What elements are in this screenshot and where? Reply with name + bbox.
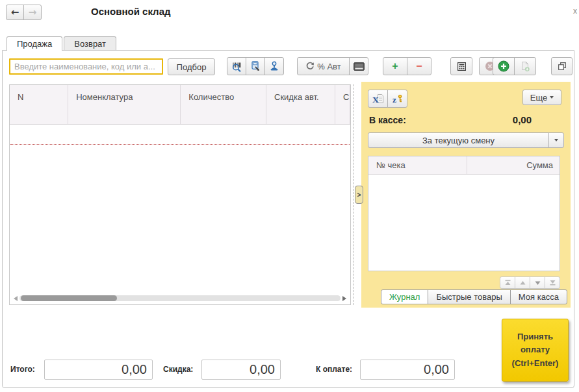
x-report-icon: X [372, 93, 384, 104]
in-cash-label: В кассе: [369, 115, 406, 125]
svg-text:X: X [372, 95, 379, 104]
accept-payment-line2: оплату [521, 343, 550, 356]
minus-icon: − [416, 60, 422, 72]
discount-field: 0,00 [201, 360, 281, 380]
cash-panel-tabs: Журнал Быстрые товары Моя касса [381, 289, 567, 304]
column-header-sum[interactable]: С [335, 85, 350, 124]
period-selector-value[interactable]: За текущую смену [368, 132, 549, 148]
collapse-panel-button[interactable]: > [355, 186, 363, 204]
remove-row-button[interactable]: − [407, 57, 431, 75]
add-row-button[interactable]: + [383, 57, 407, 75]
chevron-right-icon: > [357, 191, 361, 199]
z-report-button[interactable]: z [387, 90, 407, 108]
auto-discount-label: % Авт [317, 62, 341, 71]
tab-sale[interactable]: Продажа [6, 36, 62, 51]
new-window-icon [558, 62, 567, 71]
accept-payment-button[interactable]: Принять оплату (Ctrl+Enter) [502, 319, 569, 382]
scroll-right-icon[interactable] [342, 296, 346, 301]
mode-tabs: Продажа Возврат [6, 36, 118, 50]
scales-button[interactable] [264, 57, 284, 75]
svg-text:z: z [392, 95, 396, 104]
column-header-receipt-sum[interactable]: Сумма [467, 160, 560, 170]
go-bottom-icon [549, 280, 556, 286]
auto-discount-button[interactable]: % Авт [297, 57, 350, 75]
chevron-down-icon [554, 139, 558, 141]
barcode-scan-icon [231, 61, 242, 72]
column-header-n[interactable]: N [10, 85, 68, 124]
tab-return[interactable]: Возврат [64, 36, 116, 50]
close-icon[interactable]: x [573, 6, 577, 16]
payment-card-icon [354, 62, 365, 71]
discount-label: Скидка: [163, 360, 193, 380]
tab-my-cash[interactable]: Моя касса [510, 289, 567, 304]
scrollbar-thumb[interactable] [21, 295, 117, 301]
panel-splitter[interactable] [353, 84, 354, 305]
column-header-quantity[interactable]: Количество [181, 85, 266, 124]
payment-card-button[interactable] [349, 57, 368, 75]
total-label: Итого: [10, 360, 35, 380]
copy-document-icon [520, 61, 530, 72]
data-terminal-icon [250, 61, 261, 71]
accept-payment-line1: Принять [517, 330, 553, 343]
search-input[interactable] [9, 58, 163, 75]
calculator-icon [457, 62, 467, 71]
in-cash-row: В кассе: 0,00 [369, 114, 532, 125]
accept-payment-line3: (Ctrl+Enter) [512, 357, 559, 370]
empty-row-marker [10, 144, 350, 145]
new-receipt-button[interactable] [493, 57, 515, 75]
row-edit-group: + − [383, 57, 431, 75]
barcode-scan-button[interactable] [227, 57, 246, 75]
tab-journal[interactable]: Журнал [381, 289, 428, 304]
page-title: Основной склад [91, 6, 171, 17]
x-report-button[interactable]: X [368, 90, 388, 108]
column-header-nomenclature[interactable]: Номенклатура [68, 85, 181, 124]
discount-tools-group: % Авт [297, 57, 368, 75]
back-icon: ← [11, 6, 19, 18]
total-field: 0,00 [44, 360, 153, 380]
tab-quick-goods[interactable]: Быстрые товары [428, 289, 510, 304]
open-window-button[interactable] [551, 57, 573, 75]
copy-receipt-button[interactable] [514, 57, 536, 75]
horizontal-scrollbar[interactable] [12, 294, 348, 302]
more-button[interactable]: Еще [522, 90, 561, 105]
data-terminal-button[interactable] [246, 57, 265, 75]
payable-label: К оплате: [316, 360, 352, 380]
period-selector-dropdown[interactable] [548, 132, 564, 148]
more-button-label: Еще [530, 93, 547, 103]
scales-icon [269, 61, 279, 71]
arrow-down-icon [534, 280, 541, 286]
arrow-up-icon [519, 280, 526, 286]
payable-field: 0,00 [360, 360, 455, 380]
go-first-button[interactable] [500, 276, 515, 289]
scrollbar-track[interactable] [19, 295, 341, 301]
sale-items-header: N Номенклатура Количество Скидка авт. С [10, 85, 350, 125]
report-buttons-group: X z [368, 90, 407, 108]
period-selector: За текущую смену [368, 132, 564, 148]
go-up-button[interactable] [515, 276, 530, 289]
refresh-icon [305, 62, 315, 71]
plus-icon: + [392, 60, 398, 72]
forward-button[interactable]: → [23, 5, 42, 20]
new-document-group [493, 57, 536, 75]
receipts-pager [500, 276, 560, 289]
forward-icon: → [29, 6, 37, 18]
chevron-down-icon [550, 96, 554, 99]
calculator-button[interactable] [450, 57, 472, 75]
column-header-auto-discount[interactable]: Скидка авт. [266, 85, 335, 124]
add-circle-icon [498, 60, 509, 72]
cash-panel: X z Еще В кассе: 0,00 [361, 82, 571, 308]
back-button[interactable]: ← [6, 5, 24, 20]
column-header-receipt-number[interactable]: № чека [368, 156, 467, 174]
scroll-left-icon[interactable] [14, 296, 18, 301]
go-down-button[interactable] [530, 276, 545, 289]
pick-button[interactable]: Подбор [168, 58, 215, 75]
go-top-icon [504, 280, 511, 286]
receipts-table[interactable]: № чека Сумма [368, 156, 560, 271]
sale-form: Подбор [2, 50, 574, 388]
scan-tools-group [227, 57, 284, 75]
in-cash-value: 0,00 [513, 114, 532, 125]
receipts-header: № чека Сумма [368, 156, 560, 175]
z-report-icon: z [392, 93, 404, 104]
go-last-button[interactable] [545, 276, 560, 289]
sale-items-table[interactable]: N Номенклатура Количество Скидка авт. С [9, 84, 351, 305]
